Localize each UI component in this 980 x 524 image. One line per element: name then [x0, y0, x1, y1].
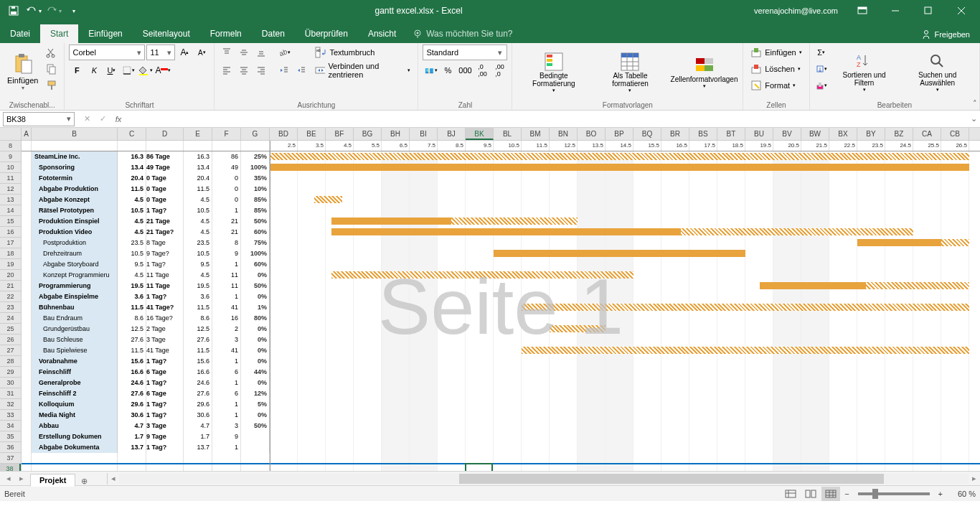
- align-left-button[interactable]: [219, 62, 235, 78]
- align-center-button[interactable]: [236, 62, 252, 78]
- cell-grid[interactable]: Seite 1 2.53.54.55.56.57.58.59.510.511.5…: [22, 141, 980, 471]
- col-header[interactable]: BU: [745, 128, 773, 140]
- share-button[interactable]: Freigeben: [911, 26, 980, 43]
- maximize-button[interactable]: [913, 0, 944, 22]
- font-color-button[interactable]: A▾: [155, 62, 171, 78]
- cancel-formula-button[interactable]: ✕: [80, 114, 93, 123]
- accounting-format-button[interactable]: 💶▾: [423, 62, 438, 78]
- col-header[interactable]: BR: [661, 128, 689, 140]
- col-header[interactable]: BX: [829, 128, 857, 140]
- ribbon-display-options[interactable]: [847, 0, 878, 22]
- scroll-thumb-h[interactable]: [459, 474, 884, 484]
- underline-button[interactable]: U▾: [103, 62, 119, 78]
- merge-center-button[interactable]: Verbinden und zentrieren▾: [312, 62, 413, 78]
- user-email[interactable]: verenajochim@live.com: [754, 6, 838, 15]
- gantt-bar-progress[interactable]: [857, 239, 941, 246]
- minimize-button[interactable]: [880, 0, 911, 22]
- task-name[interactable]: Media Night: [32, 410, 118, 421]
- tab-datei[interactable]: Datei: [0, 24, 40, 43]
- copy-button[interactable]: [44, 61, 60, 77]
- col-header[interactable]: BF: [326, 128, 354, 140]
- row-header[interactable]: 10: [0, 162, 21, 173]
- row-header[interactable]: 38: [0, 464, 21, 471]
- row-header[interactable]: 30: [0, 378, 21, 388]
- row-header[interactable]: 27: [0, 345, 21, 356]
- tell-me-search[interactable]: Was möchten Sie tun?: [406, 24, 519, 43]
- zoom-slider-thumb[interactable]: [872, 489, 878, 499]
- orientation-button[interactable]: ab▾: [276, 45, 292, 60]
- scroll-right-button[interactable]: ▸: [969, 473, 980, 485]
- col-header[interactable]: BY: [857, 128, 885, 140]
- worksheet-area[interactable]: ABCDEFGBDBEBFBGBHBIBJBKBLBMBNBOBPBQBRBSB…: [0, 128, 980, 471]
- number-format-combo[interactable]: ▾: [423, 45, 507, 60]
- task-name[interactable]: Bau Schleuse: [32, 334, 118, 345]
- row-header[interactable]: 29: [0, 367, 21, 378]
- col-header[interactable]: BI: [410, 128, 438, 140]
- gantt-bar[interactable]: [270, 164, 969, 171]
- insert-function-button[interactable]: fx: [112, 115, 125, 123]
- increase-decimal-button[interactable]: ,0,00: [474, 62, 490, 78]
- col-header[interactable]: B: [32, 128, 118, 140]
- gantt-bar[interactable]: [522, 304, 969, 311]
- increase-indent-button[interactable]: [293, 62, 309, 78]
- align-right-button[interactable]: [253, 62, 269, 78]
- col-header[interactable]: F: [212, 128, 241, 140]
- align-middle-button[interactable]: [236, 45, 252, 60]
- col-header[interactable]: CB: [941, 128, 969, 140]
- column-headers[interactable]: ABCDEFGBDBEBFBGBHBIBJBKBLBMBNBOBPBQBRBSB…: [22, 128, 980, 141]
- tab-start[interactable]: Start: [40, 24, 78, 43]
- row-header[interactable]: 36: [0, 442, 21, 453]
- col-header[interactable]: BD: [270, 128, 298, 140]
- task-name[interactable]: Postproduktion: [32, 238, 118, 248]
- row-header[interactable]: 35: [0, 431, 21, 442]
- row-header[interactable]: 34: [0, 421, 21, 431]
- task-name[interactable]: Produktion Video: [32, 227, 118, 238]
- col-header[interactable]: D: [146, 128, 184, 140]
- row-header[interactable]: 9: [0, 151, 21, 162]
- task-name[interactable]: Abgabe Einspielme: [32, 291, 118, 302]
- task-name[interactable]: Erstellung Dokumen: [32, 431, 118, 442]
- row-header[interactable]: 8: [0, 141, 21, 151]
- task-name[interactable]: Abgabe Dokumenta: [32, 442, 118, 453]
- col-header[interactable]: BH: [382, 128, 410, 140]
- col-header[interactable]: BP: [606, 128, 633, 140]
- percent-format-button[interactable]: %: [440, 62, 456, 78]
- task-name[interactable]: SteamLine Inc.: [32, 151, 118, 162]
- row-header[interactable]: 22: [0, 291, 21, 302]
- tab-ansicht[interactable]: Ansicht: [358, 24, 406, 43]
- row-header[interactable]: 33: [0, 410, 21, 421]
- gantt-bar-progress[interactable]: [331, 217, 452, 225]
- format-cells-button[interactable]: Format▾: [748, 78, 804, 93]
- task-name[interactable]: Programmierung: [32, 281, 118, 291]
- row-header[interactable]: 13: [0, 195, 21, 205]
- col-header[interactable]: BJ: [438, 128, 466, 140]
- col-header[interactable]: C: [118, 128, 146, 140]
- autosum-button[interactable]: Σ▾: [814, 45, 829, 60]
- col-header[interactable]: BW: [801, 128, 829, 140]
- horizontal-scrollbar[interactable]: ◂ ▸: [107, 473, 980, 485]
- row-header[interactable]: 11: [0, 173, 21, 184]
- insert-cells-button[interactable]: Einfügen▾: [748, 45, 804, 60]
- col-header[interactable]: BV: [773, 128, 801, 140]
- task-name[interactable]: Generalprobe: [32, 378, 118, 388]
- tab-einfügen[interactable]: Einfügen: [78, 24, 132, 43]
- border-button[interactable]: ▾: [121, 62, 136, 78]
- align-bottom-button[interactable]: [253, 45, 269, 60]
- font-size-combo[interactable]: ▾: [146, 45, 175, 60]
- comma-format-button[interactable]: 000: [457, 62, 473, 78]
- col-header[interactable]: G: [241, 128, 270, 140]
- qat-customize[interactable]: ▾: [65, 1, 83, 20]
- col-header[interactable]: BE: [298, 128, 326, 140]
- format-painter-button[interactable]: [44, 78, 60, 93]
- enter-formula-button[interactable]: ✓: [96, 114, 109, 123]
- row-header[interactable]: 19: [0, 259, 21, 270]
- sheet-nav-last[interactable]: ▸: [16, 473, 27, 485]
- gantt-bar-progress[interactable]: [760, 282, 866, 289]
- find-select-button[interactable]: Suchen und Auswählen▾: [900, 45, 975, 100]
- task-name[interactable]: Feinschliff: [32, 367, 118, 378]
- select-all-corner[interactable]: [0, 128, 22, 141]
- sort-filter-button[interactable]: AZ Sortieren und Filtern▾: [831, 45, 897, 100]
- row-header[interactable]: 20: [0, 270, 21, 281]
- row-header[interactable]: 21: [0, 281, 21, 291]
- close-button[interactable]: [946, 0, 977, 22]
